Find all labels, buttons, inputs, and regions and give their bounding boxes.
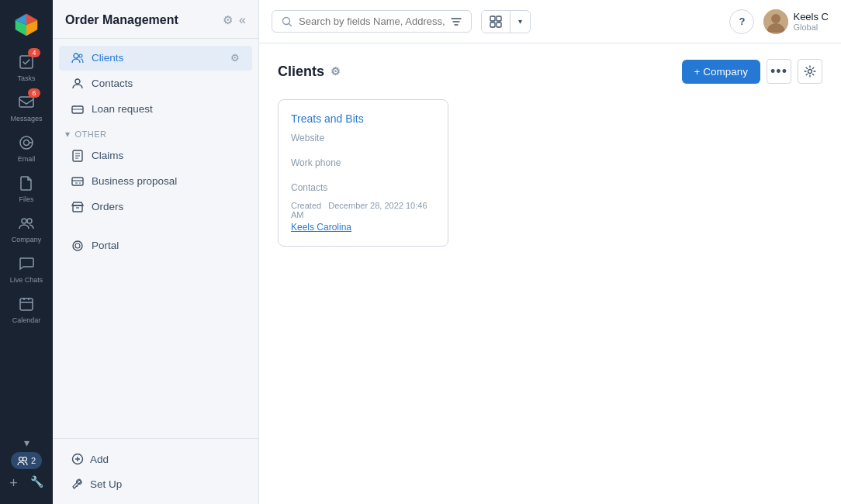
contacts-icon xyxy=(71,78,84,90)
nav-item-tasks[interactable]: 4 Tasks xyxy=(0,47,53,87)
sidebar-footer: Add Set Up xyxy=(53,438,258,504)
view-toggle[interactable]: ▾ xyxy=(481,10,531,33)
svg-rect-22 xyxy=(490,22,495,27)
content-area: Clients ⚙ + Company ••• Treats xyxy=(259,43,841,504)
proposal-icon xyxy=(71,175,84,188)
nav-item-email[interactable]: Email xyxy=(0,127,53,167)
card-contacts-label: Contacts xyxy=(291,182,435,193)
settings-gear-icon[interactable]: ⚙ xyxy=(223,13,233,27)
svg-point-17 xyxy=(75,243,80,248)
search-box[interactable] xyxy=(272,10,472,33)
sidebar-item-loan-request[interactable]: Loan request xyxy=(59,97,252,122)
sidebar-item-claims[interactable]: Claims xyxy=(59,143,252,168)
card-company-name[interactable]: Treats and Bits xyxy=(291,112,435,125)
wrench-nav-item[interactable]: 🔧 xyxy=(30,475,43,492)
sidebar-add-btn[interactable]: Add xyxy=(65,448,246,470)
svg-point-10 xyxy=(79,54,82,57)
svg-rect-6 xyxy=(20,299,33,310)
card-phone-label: Work phone xyxy=(291,157,435,168)
sidebar-item-clients[interactable]: Clients ⚙ xyxy=(59,46,252,71)
settings-icon xyxy=(804,65,816,78)
clients-settings-icon[interactable]: ⚙ xyxy=(230,52,240,64)
claims-label: Claims xyxy=(92,150,123,161)
more-options-button[interactable]: ••• xyxy=(767,59,791,84)
grid-view-btn[interactable] xyxy=(482,11,510,33)
svg-point-5 xyxy=(27,219,32,223)
help-button[interactable]: ? xyxy=(729,9,754,34)
sidebar-item-portal[interactable]: Portal xyxy=(59,233,252,258)
nav-item-company[interactable]: Company xyxy=(0,208,53,248)
sidebar-setup-btn[interactable]: Set Up xyxy=(65,473,246,495)
nav-item-calendar[interactable]: Calendar xyxy=(0,288,53,329)
nav-item-files[interactable]: Files xyxy=(0,167,53,208)
users-count-badge[interactable]: 2 xyxy=(11,452,42,469)
filter-icon[interactable] xyxy=(451,16,462,27)
svg-point-16 xyxy=(73,241,82,250)
messages-label: Messages xyxy=(10,115,42,123)
clients-page-title: Clients xyxy=(278,64,324,80)
add-company-button[interactable]: + Company xyxy=(682,60,760,84)
svg-point-26 xyxy=(808,70,812,74)
svg-rect-23 xyxy=(497,22,501,27)
grid-icon xyxy=(490,16,502,28)
sidebar-item-orders[interactable]: Orders xyxy=(59,195,252,219)
title-settings-icon[interactable]: ⚙ xyxy=(331,65,341,78)
orders-label: Orders xyxy=(92,201,123,212)
avatar-image xyxy=(763,9,788,34)
card-created-info: Created December 28, 2022 10:46 AM xyxy=(291,201,435,219)
claims-icon xyxy=(71,150,84,162)
view-dropdown-btn[interactable]: ▾ xyxy=(510,12,530,30)
svg-rect-1 xyxy=(19,97,33,107)
svg-point-25 xyxy=(771,14,780,23)
user-info: Keels C Global xyxy=(793,11,829,32)
card-website-label: Website xyxy=(291,133,435,143)
tasks-label: Tasks xyxy=(17,74,35,82)
client-card-treats-and-bits[interactable]: Treats and Bits Website Work phone Conta… xyxy=(278,99,448,247)
user-avatar[interactable]: Keels C Global xyxy=(763,9,829,34)
other-label: OTHER xyxy=(75,129,107,139)
svg-rect-14 xyxy=(72,178,83,185)
chevron-down-icon: ▾ xyxy=(518,17,522,26)
nav-bar: 4 Tasks 6 Messages Email xyxy=(0,0,53,504)
livechats-icon-wrap xyxy=(16,253,37,274)
calendar-icon-wrap xyxy=(16,293,37,315)
orders-icon xyxy=(71,201,84,213)
sidebar-header: Order Management ⚙ « xyxy=(53,0,258,39)
svg-rect-21 xyxy=(497,16,501,21)
files-icon-wrap xyxy=(16,172,37,194)
nav-logo[interactable] xyxy=(0,6,53,43)
messages-badge: 6 xyxy=(28,88,40,98)
livechats-label: Live Chats xyxy=(10,276,43,284)
svg-point-4 xyxy=(22,219,26,223)
svg-point-9 xyxy=(74,54,78,58)
view-settings-button[interactable] xyxy=(798,59,822,84)
company-label: Company xyxy=(12,236,42,243)
nav-item-livechats[interactable]: Live Chats xyxy=(0,248,53,288)
page-title: Clients ⚙ xyxy=(278,64,341,80)
add-nav-item[interactable]: + xyxy=(9,475,18,492)
calendar-label: Calendar xyxy=(12,316,41,324)
sidebar: Order Management ⚙ « Clients ⚙ Contacts xyxy=(53,0,259,504)
content-actions: + Company ••• xyxy=(682,59,822,84)
search-input[interactable] xyxy=(299,16,445,27)
nav-item-messages[interactable]: 6 Messages xyxy=(0,87,53,127)
tasks-badge: 4 xyxy=(28,48,40,57)
help-label: ? xyxy=(739,16,745,27)
collapse-sidebar-btn[interactable]: « xyxy=(239,13,246,27)
user-name: Keels C xyxy=(793,11,829,22)
nav-more[interactable]: ▾ xyxy=(0,433,53,452)
card-created-by[interactable]: Keels Carolina xyxy=(291,222,351,233)
sidebar-item-contacts[interactable]: Contacts xyxy=(59,71,252,96)
portal-icon xyxy=(71,240,84,252)
svg-point-7 xyxy=(19,457,22,461)
sidebar-item-business-proposal[interactable]: Business proposal xyxy=(59,169,252,194)
sidebar-title: Order Management xyxy=(65,12,223,29)
messages-icon-wrap: 6 xyxy=(16,91,37,113)
three-dots-icon: ••• xyxy=(770,64,787,80)
portal-label: Portal xyxy=(92,240,119,251)
content-header: Clients ⚙ + Company ••• xyxy=(278,59,822,84)
svg-rect-20 xyxy=(490,16,495,21)
tasks-icon-wrap: 4 xyxy=(16,51,37,73)
clients-label: Clients xyxy=(92,52,123,64)
other-chevron[interactable]: ▾ xyxy=(65,129,71,140)
